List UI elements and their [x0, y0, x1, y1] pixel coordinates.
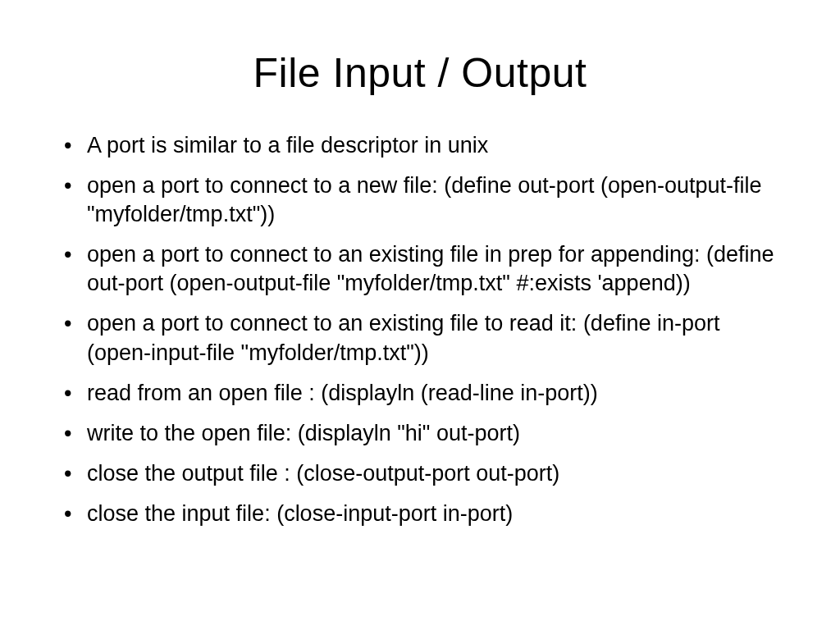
- slide: File Input / Output A port is similar to…: [0, 0, 840, 630]
- list-item: open a port to connect to a new file: (d…: [57, 171, 783, 229]
- bullet-list: A port is similar to a file descriptor i…: [57, 131, 783, 528]
- list-item: write to the open file: (displayln "hi" …: [57, 419, 783, 448]
- list-item: close the output file : (close-output-po…: [57, 459, 783, 488]
- list-item: read from an open file : (displayln (rea…: [57, 379, 783, 408]
- slide-title: File Input / Output: [57, 49, 783, 97]
- list-item: open a port to connect to an existing fi…: [57, 309, 783, 367]
- list-item: A port is similar to a file descriptor i…: [57, 131, 783, 160]
- list-item: open a port to connect to an existing fi…: [57, 240, 783, 298]
- list-item: close the input file: (close-input-port …: [57, 500, 783, 528]
